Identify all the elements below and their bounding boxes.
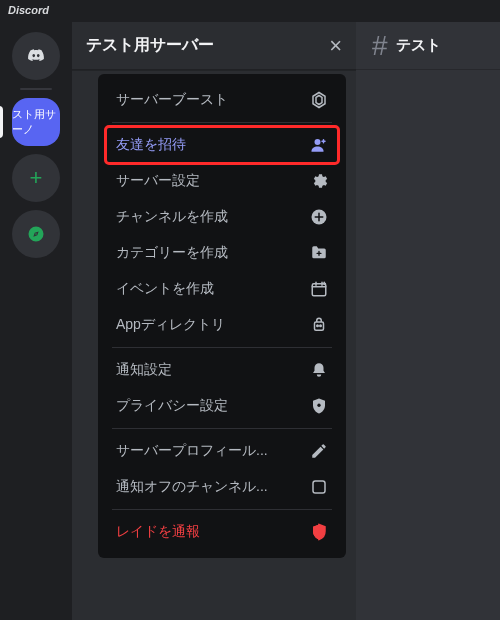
svg-point-0 <box>315 139 321 145</box>
home-button[interactable] <box>12 32 60 80</box>
menu-label: サーバープロフィール... <box>116 442 310 460</box>
menu-label: Appディレクトリ <box>116 316 310 334</box>
menu-create-category[interactable]: カテゴリーを作成 <box>106 235 338 271</box>
channel-name: テスト <box>396 36 441 55</box>
menu-server-profile[interactable]: サーバープロフィール... <box>106 433 338 469</box>
shield-icon <box>310 397 328 415</box>
report-shield-icon <box>310 523 328 541</box>
menu-label: イベントを作成 <box>116 280 310 298</box>
chat-panel: # テスト <box>356 22 500 620</box>
svg-point-4 <box>317 325 319 327</box>
app-directory-icon <box>310 316 328 334</box>
menu-server-settings[interactable]: サーバー設定 <box>106 163 338 199</box>
menu-label: サーバーブースト <box>116 91 310 109</box>
window-titlebar: Discord <box>0 0 500 22</box>
folder-plus-icon <box>310 244 328 262</box>
svg-point-6 <box>317 404 320 407</box>
calendar-plus-icon <box>310 280 328 298</box>
menu-app-directory[interactable]: Appディレクトリ <box>106 307 338 343</box>
menu-create-event[interactable]: イベントを作成 <box>106 271 338 307</box>
menu-create-channel[interactable]: チャンネルを作成 <box>106 199 338 235</box>
plus-circle-icon <box>310 208 328 226</box>
menu-privacy-settings[interactable]: プライバシー設定 <box>106 388 338 424</box>
compass-icon <box>27 225 45 243</box>
svg-rect-3 <box>315 322 324 330</box>
pencil-icon <box>310 442 328 460</box>
server-header[interactable]: テスト用サーバー × <box>72 22 356 70</box>
menu-label: チャンネルを作成 <box>116 208 310 226</box>
checkbox-empty-icon <box>310 478 328 496</box>
hash-icon: # <box>372 30 388 62</box>
explore-button[interactable] <box>12 210 60 258</box>
invite-people-icon <box>310 136 328 154</box>
guild-item-label: スト用サーノ <box>12 107 60 137</box>
menu-notification-settings[interactable]: 通知設定 <box>106 352 338 388</box>
menu-invite-people[interactable]: 友達を招待 <box>106 127 338 163</box>
svg-point-5 <box>320 325 322 327</box>
discord-logo-icon <box>27 47 45 65</box>
menu-separator <box>112 428 332 429</box>
svg-rect-7 <box>313 481 325 493</box>
bell-icon <box>310 361 328 379</box>
menu-server-boost[interactable]: サーバーブースト <box>106 82 338 118</box>
menu-label: レイドを通報 <box>116 523 310 541</box>
menu-label: カテゴリーを作成 <box>116 244 310 262</box>
server-name: テスト用サーバー <box>86 35 329 56</box>
guild-item-selected[interactable]: スト用サーノ <box>12 98 60 146</box>
plus-icon: + <box>30 165 43 191</box>
server-dropdown-menu: サーバーブースト 友達を招待 サーバー設定 チャンネルを作成 カテゴリーを作成 … <box>98 74 346 558</box>
gear-icon <box>310 172 328 190</box>
menu-label: 通知オフのチャンネル... <box>116 478 310 496</box>
menu-separator <box>112 347 332 348</box>
menu-label: 通知設定 <box>116 361 310 379</box>
menu-label: プライバシー設定 <box>116 397 310 415</box>
add-server-button[interactable]: + <box>12 154 60 202</box>
menu-report-raid[interactable]: レイドを通報 <box>106 514 338 550</box>
menu-label: サーバー設定 <box>116 172 310 190</box>
menu-separator <box>112 509 332 510</box>
guild-separator <box>20 88 52 90</box>
menu-label: 友達を招待 <box>116 136 310 154</box>
menu-separator <box>112 122 332 123</box>
svg-rect-2 <box>312 284 326 296</box>
guild-rail: スト用サーノ + <box>0 22 72 620</box>
menu-hide-muted-channels[interactable]: 通知オフのチャンネル... <box>106 469 338 505</box>
close-icon[interactable]: × <box>329 35 342 57</box>
chat-header: # テスト <box>356 22 500 70</box>
boost-icon <box>310 91 328 109</box>
